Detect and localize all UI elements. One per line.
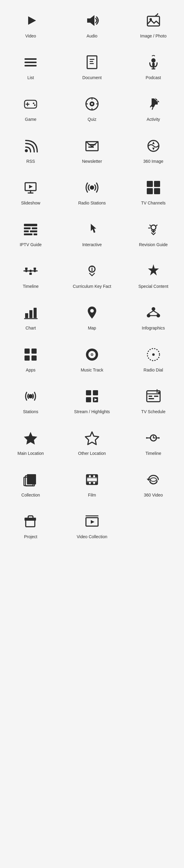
item-music-track[interactable]: Music Track: [61, 337, 123, 379]
activity-icon: [144, 95, 162, 113]
item-quiz[interactable]: Quiz: [61, 86, 123, 128]
item-apps[interactable]: Apps: [0, 337, 61, 379]
item-360-image[interactable]: 360 Image: [123, 128, 184, 170]
svg-rect-2: [148, 16, 159, 26]
item-game-label: Game: [25, 117, 36, 122]
svg-point-4: [157, 13, 158, 14]
item-rss[interactable]: RSS: [0, 128, 61, 170]
item-timeline-label: Timeline: [23, 284, 38, 289]
document-icon: [83, 53, 101, 71]
svg-marker-1: [87, 15, 95, 26]
svg-rect-6: [25, 62, 36, 63]
svg-rect-77: [25, 355, 30, 361]
svg-line-73: [149, 311, 153, 314]
item-360-video[interactable]: 360 Video: [123, 462, 184, 504]
svg-rect-5: [25, 58, 36, 60]
item-stations-label: Stations: [23, 409, 38, 414]
svg-point-119: [151, 478, 156, 482]
iptv-guide-icon: [22, 220, 40, 238]
item-timeline2[interactable]: Timeline: [123, 421, 184, 462]
item-infographics-label: Infographics: [142, 325, 165, 331]
item-main-location[interactable]: Main Location: [0, 421, 61, 462]
slideshow-icon: [22, 179, 40, 196]
item-audio[interactable]: Audio: [61, 3, 123, 45]
svg-point-68: [90, 309, 94, 313]
item-list-label: List: [27, 75, 34, 80]
svg-point-104: [146, 437, 148, 438]
podcast-icon: [144, 53, 162, 71]
item-stream-highlights[interactable]: Stream / Highlights: [61, 379, 123, 421]
item-curriculum-key-fact[interactable]: Curriculum Key Fact: [61, 253, 123, 295]
item-revision-guide[interactable]: Revision Guide: [123, 212, 184, 253]
svg-rect-13: [152, 63, 155, 67]
svg-rect-58: [33, 268, 36, 270]
item-music-track-label: Music Track: [81, 367, 104, 373]
item-stream-highlights-label: Stream / Highlights: [74, 409, 110, 414]
item-infographics[interactable]: Infographics: [123, 295, 184, 337]
item-collection[interactable]: Collection: [0, 462, 61, 504]
item-main-location-label: Main Location: [18, 451, 44, 456]
item-radio-stations[interactable]: Radio Stations: [61, 170, 123, 212]
svg-marker-63: [148, 264, 159, 275]
item-tv-channels[interactable]: TV Channels: [123, 170, 184, 212]
list-icon: [22, 53, 40, 71]
item-stations[interactable]: Stations: [0, 379, 61, 421]
item-chart[interactable]: Chart: [0, 295, 61, 337]
item-game[interactable]: Game: [0, 86, 61, 128]
item-timeline2-label: Timeline: [145, 451, 161, 456]
svg-point-19: [34, 104, 36, 106]
curriculum-key-fact-icon: [83, 262, 101, 280]
item-map-label: Map: [88, 325, 96, 331]
item-newsletter[interactable]: Newsletter: [61, 128, 123, 170]
item-radio-stations-label: Radio Stations: [78, 200, 106, 206]
video-icon: [22, 11, 40, 30]
360-video-icon: [144, 470, 162, 489]
item-other-location[interactable]: Other Location: [61, 421, 123, 462]
item-special-content-label: Special Content: [138, 284, 168, 289]
svg-marker-33: [29, 185, 33, 188]
item-film[interactable]: Film: [61, 462, 123, 504]
main-location-icon: [22, 429, 40, 447]
item-apps-label: Apps: [26, 367, 35, 373]
svg-rect-87: [93, 390, 98, 395]
svg-point-69: [152, 307, 155, 311]
svg-point-61: [91, 268, 93, 269]
svg-point-70: [156, 314, 160, 317]
item-360-video-label: 360 Video: [144, 492, 163, 498]
item-timeline[interactable]: Timeline: [0, 253, 61, 295]
svg-point-22: [91, 103, 93, 105]
svg-rect-30: [88, 147, 94, 148]
rss-icon: [22, 137, 40, 155]
item-slideshow[interactable]: Slideshow: [0, 170, 61, 212]
svg-point-27: [25, 149, 28, 152]
svg-rect-7: [25, 65, 36, 66]
item-slideshow-label: Slideshow: [21, 200, 40, 206]
item-map[interactable]: Map: [61, 295, 123, 337]
item-tv-schedule[interactable]: TV Schedule: [123, 379, 184, 421]
item-radio-dial[interactable]: Radio Dial: [123, 337, 184, 379]
item-tv-schedule-label: TV Schedule: [141, 409, 165, 414]
other-location-icon: [83, 429, 101, 447]
svg-line-72: [153, 311, 158, 314]
item-iptv-guide[interactable]: IPTV Guide: [0, 212, 61, 253]
svg-rect-88: [86, 397, 91, 402]
item-image-photo[interactable]: Image / Photo: [123, 3, 184, 45]
timeline2-icon: [144, 429, 162, 447]
svg-rect-66: [33, 308, 36, 318]
item-special-content[interactable]: Special Content: [123, 253, 184, 295]
item-document[interactable]: Document: [61, 45, 123, 86]
item-interactive[interactable]: Interactive: [61, 212, 123, 253]
interactive-icon: [83, 220, 101, 238]
item-video-collection[interactable]: Video Collection: [61, 504, 123, 546]
item-podcast[interactable]: Podcast: [123, 45, 184, 86]
item-video[interactable]: Video: [0, 3, 61, 45]
item-list[interactable]: List: [0, 45, 61, 86]
item-activity[interactable]: Activity: [123, 86, 184, 128]
svg-rect-115: [91, 482, 93, 485]
item-project[interactable]: Project: [0, 504, 61, 546]
svg-point-53: [25, 270, 28, 272]
item-rss-label: RSS: [26, 159, 35, 164]
game-icon: [22, 95, 40, 113]
svg-rect-38: [154, 181, 160, 187]
item-iptv-guide-label: IPTV Guide: [20, 242, 42, 247]
